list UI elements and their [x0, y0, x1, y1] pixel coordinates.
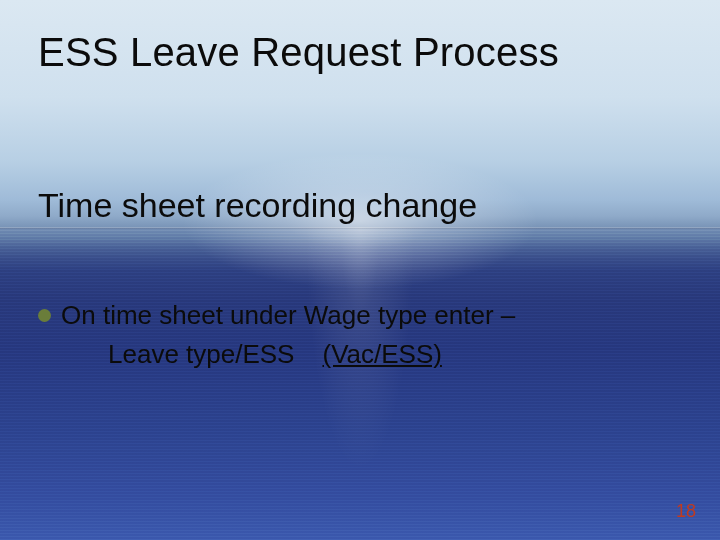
bullet-text-line1: On time sheet under Wage type enter – — [61, 298, 515, 333]
bullet-text-line2b-underlined: (Vac/ESS) — [322, 339, 441, 369]
bullet-text-line2a: Leave type/ESS — [108, 339, 294, 369]
background-sun-reflection — [290, 227, 430, 540]
background-horizon — [0, 227, 720, 229]
slide: ESS Leave Request Process Time sheet rec… — [0, 0, 720, 540]
page-number: 18 — [676, 501, 696, 522]
slide-subtitle: Time sheet recording change — [38, 186, 477, 225]
bullet-dot-icon — [38, 309, 51, 322]
bullet-block: On time sheet under Wage type enter – Le… — [38, 298, 678, 372]
bullet-line-1: On time sheet under Wage type enter – — [38, 298, 678, 333]
background-water-texture — [0, 227, 720, 540]
slide-title: ESS Leave Request Process — [38, 30, 559, 75]
bullet-line-2: Leave type/ESS(Vac/ESS) — [108, 337, 678, 372]
